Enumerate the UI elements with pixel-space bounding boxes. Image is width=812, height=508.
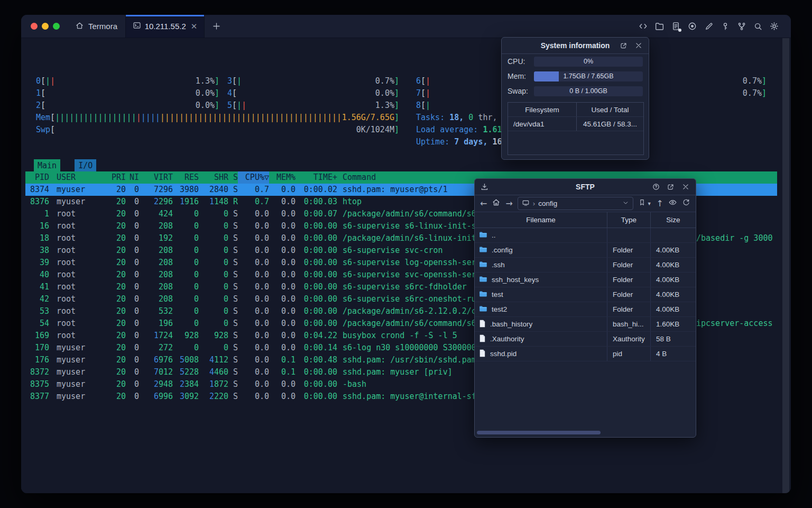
column-header-virt[interactable]: VIRT	[139, 171, 173, 184]
branch-icon[interactable]	[736, 21, 746, 31]
key-icon[interactable]	[720, 21, 730, 31]
column-header-pri[interactable]: PRI	[102, 171, 126, 184]
file-row-Xauthority[interactable]: .XauthorityXauthority58 B	[475, 332, 696, 347]
column-header-res[interactable]: RES	[173, 171, 199, 184]
close-icon[interactable]	[681, 183, 690, 192]
folder-icon[interactable]	[654, 21, 665, 31]
file-name: .ssh	[492, 261, 505, 269]
search-icon[interactable]	[753, 21, 763, 31]
folder-icon	[479, 231, 487, 240]
filesystem-table: FilesystemUsed / Total/dev/vda145.61GB /…	[508, 102, 644, 155]
fs-row: /dev/vda145.61GB / 58.3...	[508, 117, 643, 131]
folder-icon	[479, 260, 487, 269]
tab-close-icon[interactable]: ✕	[191, 22, 198, 31]
active-tab-indicator	[126, 15, 204, 16]
file-type: bash_hi...	[607, 317, 651, 331]
column-type[interactable]: Type	[607, 212, 651, 228]
forward-arrow-icon[interactable]: →	[505, 199, 512, 208]
file-type: Folder	[607, 287, 651, 302]
file-list: ...configFolder4.00KB.sshFolder4.00KBssh…	[475, 228, 696, 361]
cpu-meter-5: 5[||1.3%]	[227, 99, 399, 112]
file-name: test	[492, 291, 503, 298]
sftp-header: SFTP	[475, 179, 696, 195]
file-size: 4 B	[651, 347, 696, 361]
breadcrumb-segment[interactable]: config	[538, 199, 557, 207]
column-size[interactable]: Size	[651, 212, 696, 228]
sysinfo-bar: 0%	[534, 57, 643, 67]
file-row-sshhostkeys[interactable]: ssh_host_keysFolder4.00KB	[475, 273, 696, 287]
column-header-user[interactable]: USER	[49, 171, 102, 184]
app-tab-label: Termora	[88, 22, 117, 31]
home-icon[interactable]	[492, 198, 501, 209]
sysinfo-row-swap: Swap:0 B / 1.00GB	[502, 84, 649, 98]
help-icon[interactable]	[651, 183, 660, 192]
column-header-s[interactable]: S	[228, 171, 238, 184]
file-row-[interactable]: ..	[475, 228, 696, 243]
file-row-test[interactable]: testFolder4.00KB	[475, 287, 696, 302]
column-header-time+[interactable]: TIME+	[296, 171, 337, 184]
path-breadcrumb[interactable]: › config	[518, 197, 633, 210]
sysinfo-title: System information	[541, 41, 610, 50]
file-type: Folder	[607, 258, 651, 272]
file-row-ssh[interactable]: .sshFolder4.00KB	[475, 258, 696, 273]
file-type: pid	[607, 347, 651, 361]
htop-tab-io[interactable]: I/O	[75, 159, 96, 171]
folder-icon	[479, 290, 487, 299]
column-filename[interactable]: Filename	[475, 212, 607, 228]
file-row-test2[interactable]: test2Folder4.00KB	[475, 302, 696, 317]
sysinfo-bar: 1.75GB / 7.65GB	[534, 71, 643, 81]
bookmark-icon[interactable]	[638, 198, 646, 208]
notes-icon[interactable]	[671, 21, 681, 31]
close-window-button[interactable]	[31, 23, 38, 30]
file-type	[607, 228, 651, 242]
bookmark-control[interactable]: ▼	[638, 198, 652, 208]
close-icon[interactable]	[634, 41, 643, 50]
column-header-cpu%[interactable]: CPU%▽	[238, 171, 269, 184]
maximize-window-button[interactable]	[53, 23, 60, 30]
file-row-sshdpid[interactable]: sshd.pidpid4 B	[475, 347, 696, 361]
file-icon	[479, 349, 486, 359]
tab-ssh-session[interactable]: 10.211.55.2 ✕	[125, 15, 205, 38]
titlebar-toolbar	[638, 15, 791, 38]
file-size: 4.00KB	[651, 302, 696, 316]
download-icon[interactable]	[475, 183, 489, 192]
folder-icon	[479, 305, 487, 314]
file-icon	[479, 320, 486, 329]
column-header-pid[interactable]: PID	[25, 171, 49, 184]
pencil-icon[interactable]	[704, 21, 714, 31]
bookmark-dropdown-arrow[interactable]: ▼	[647, 201, 652, 206]
refresh-icon[interactable]	[682, 198, 690, 209]
file-type: Folder	[607, 273, 651, 287]
terminal-scrollbar[interactable]	[782, 38, 789, 493]
code-icon[interactable]	[638, 21, 648, 31]
new-tab-button[interactable]	[205, 15, 228, 38]
file-row-config[interactable]: .configFolder4.00KB	[475, 243, 696, 258]
open-in-window-icon[interactable]	[619, 41, 628, 50]
screen: Termora 10.211.55.2 ✕	[0, 0, 812, 508]
window-controls	[21, 15, 67, 38]
tab-termora-home[interactable]: Termora	[67, 15, 125, 38]
minimize-window-button[interactable]	[42, 23, 49, 30]
command-tail-18: /basedir -g 3000	[696, 232, 773, 244]
record-icon[interactable]	[687, 21, 697, 31]
home-icon	[75, 21, 84, 32]
up-directory-icon[interactable]: ↑	[657, 199, 663, 208]
horizontal-scrollbar-thumb[interactable]	[477, 431, 601, 434]
fs-table-header: FilesystemUsed / Total	[508, 103, 643, 117]
back-arrow-icon[interactable]: ←	[480, 199, 487, 208]
htop-view-tabs: MainI/O	[34, 159, 96, 171]
show-hidden-eye-icon[interactable]	[668, 198, 677, 209]
htop-tab-main[interactable]: Main	[34, 159, 60, 171]
fs-column-filesystem[interactable]: Filesystem	[508, 103, 577, 116]
open-in-window-icon[interactable]	[666, 183, 675, 192]
sysinfo-meters: CPU:0%Mem:1.75GB / 7.65GBSwap:0 B / 1.00…	[502, 54, 649, 98]
titlebar: Termora 10.211.55.2 ✕	[21, 15, 791, 38]
gear-icon[interactable]	[769, 21, 779, 31]
file-type: Folder	[607, 302, 651, 316]
column-header-mem%[interactable]: MEM%	[269, 171, 296, 184]
column-header-shr[interactable]: SHR	[199, 171, 228, 184]
column-header-ni[interactable]: NI	[126, 171, 139, 184]
fs-column-used[interactable]: Used / Total	[577, 103, 643, 116]
chevron-down-icon[interactable]	[622, 199, 629, 208]
file-row-bashhistory[interactable]: .bash_historybash_hi...1.60KB	[475, 317, 696, 332]
